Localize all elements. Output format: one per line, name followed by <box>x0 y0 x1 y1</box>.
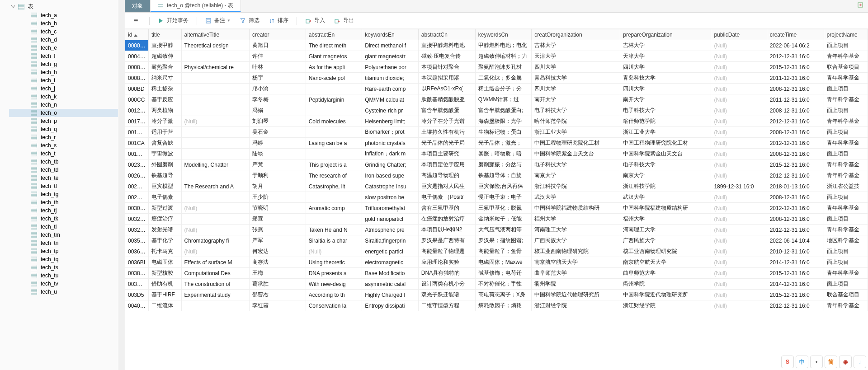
cell-id[interactable]: 000CC <box>125 94 149 105</box>
table-row[interactable]: 000CC基于反应李冬梅PeptidylargininQM/MM calcula… <box>125 94 868 105</box>
cell-alternativeTitle[interactable] <box>181 214 250 225</box>
cell-keywordsEn[interactable]: Biomarker；prot <box>362 127 419 138</box>
cell-alternativeTitle[interactable]: Effects of surface M <box>181 257 250 268</box>
cell-keywordsEn[interactable]: electromagnetic <box>362 257 419 268</box>
cell-id[interactable]: 0036BI <box>125 257 149 268</box>
cell-creatOrorganization[interactable]: 浙江科技学院 <box>532 181 620 192</box>
cell-creator[interactable]: 节晓明 <box>250 203 306 214</box>
cell-creator[interactable]: 邵曹杰 <box>250 290 306 300</box>
cell-projectName[interactable]: 浙江省公益技 <box>824 181 868 192</box>
cell-title[interactable]: 基于HIRF <box>148 290 181 300</box>
tree-item-tech_tb[interactable]: tech_tb <box>9 158 118 166</box>
col-header-alternativeTitle[interactable]: alternativeTitle <box>181 29 250 40</box>
tree-item-tech_j[interactable]: tech_j <box>9 84 118 93</box>
cell-creator[interactable]: 冯娟 <box>250 105 306 116</box>
cell-abstractCn[interactable]: 二维守恒型方程 <box>418 300 475 311</box>
cell-id[interactable]: 003A57 <box>125 279 149 290</box>
cell-alternativeTitle[interactable] <box>181 73 250 84</box>
cell-createTime[interactable]: 2018-01-13 16:0 <box>767 181 824 192</box>
cell-prepareOrganization[interactable]: 中国工程物理研究院化工材 <box>620 138 711 149</box>
cell-creatOrorganization[interactable]: 四川大学 <box>532 62 620 73</box>
cell-projectName[interactable]: 地区科学基金 <box>824 235 868 246</box>
cell-abstractEn[interactable] <box>306 105 362 116</box>
table-row[interactable]: 003239癌症治疗郑宣gold nanoparticl在癌症的放射治疗金纳米粒… <box>125 214 868 225</box>
cell-abstractCn[interactable]: 以RFeAsO1-xFx( <box>418 84 475 94</box>
col-header-publicDate[interactable]: publicDate <box>711 29 767 40</box>
cell-publicDate[interactable]: (Null) <box>711 149 767 159</box>
cell-alternativeTitle[interactable]: The construction of <box>181 279 250 290</box>
cell-keywordsEn[interactable]: Entropy dissipati <box>362 300 419 311</box>
tree-item-tech_tm[interactable]: tech_tm <box>9 231 118 239</box>
cell-abstractCn[interactable]: 高温超导物理的 <box>418 170 475 181</box>
cell-abstractEn[interactable]: Aromatic comp <box>306 203 362 214</box>
cell-id[interactable]: 003239 <box>125 214 149 225</box>
cell-title[interactable]: 直接甲醇 <box>148 40 181 51</box>
cell-projectName[interactable]: 面上项目 <box>824 214 868 225</box>
cell-alternativeTitle[interactable] <box>181 192 250 203</box>
cell-publicDate[interactable]: (Null) <box>711 300 767 311</box>
cell-keywordsCn[interactable]: 甲醇燃料电池；电化 <box>475 40 532 51</box>
cell-creator[interactable]: 郑宣 <box>250 214 306 225</box>
cell-creator[interactable]: 李冬梅 <box>250 94 306 105</box>
cell-alternativeTitle[interactable]: Modelling, Chatter <box>181 159 250 170</box>
cell-title[interactable]: 癌症治疗 <box>148 214 181 225</box>
col-header-id[interactable]: id <box>125 29 149 40</box>
tab-data[interactable]: tech_o @tech (reliable) - 表 <box>151 0 241 12</box>
cell-creatOrorganization[interactable]: 福州大学 <box>532 214 620 225</box>
cell-creatOrorganization[interactable]: 衢州学院 <box>532 279 620 290</box>
cell-keywordsCn[interactable]: 超磁致伸缩材料；力 <box>475 51 532 62</box>
cell-abstractCn[interactable]: 应用理论和实验 <box>418 257 475 268</box>
cell-publicDate[interactable]: (Null) <box>711 84 767 94</box>
cell-keywordsCn[interactable]: 熵耗散因子；熵耗 <box>475 300 532 311</box>
cell-keywordsEn[interactable]: Iron-based supe <box>362 170 419 181</box>
cell-title[interactable]: 外圆磨削 <box>148 159 181 170</box>
cell-alternativeTitle[interactable]: (Null) <box>181 203 250 214</box>
cell-keywordsEn[interactable]: Highly Charged I <box>362 290 419 300</box>
cell-creator[interactable]: 于顺利 <box>250 170 306 181</box>
cell-title[interactable]: 宇宙微波 <box>148 149 181 159</box>
cell-abstractEn[interactable]: Lasing can be a <box>306 138 362 149</box>
cell-creator[interactable]: 冯婷 <box>250 138 306 149</box>
tree-item-tech_r[interactable]: tech_r <box>9 133 118 141</box>
cell-keywordsCn[interactable]: 富含半胱氨酸蛋白; <box>475 105 532 116</box>
cell-creator[interactable]: 严梵 <box>250 159 306 170</box>
tree-item-tech_tq[interactable]: tech_tq <box>9 255 118 263</box>
cell-title[interactable]: 冷分子激 <box>148 116 181 127</box>
cell-createTime[interactable]: 2008-12-31 16:0 <box>767 149 824 159</box>
cell-projectName[interactable]: 面上项目 <box>824 105 868 116</box>
cell-title[interactable]: 超磁致伸 <box>148 51 181 62</box>
cell-prepareOrganization[interactable]: 中国科学院福建物质结构研 <box>620 203 711 214</box>
cell-creatOrorganization[interactable]: 核工业西南物理研究院 <box>532 246 620 257</box>
cell-creatOrorganization[interactable]: 浙江财经学院 <box>532 300 620 311</box>
cell-alternativeTitle[interactable]: Experimental study <box>181 290 250 300</box>
table-row[interactable]: 00089F纳米尺寸杨宇Nano-scale poltitanium dioxi… <box>125 73 868 84</box>
cell-projectName[interactable]: 青年科学基金 <box>824 94 868 105</box>
cell-keywordsCn[interactable]: 二氧化钛；多金属 <box>475 73 532 84</box>
cell-creatOrorganization[interactable]: 喀什师范学院 <box>532 116 620 127</box>
table-row[interactable]: 00009E直接甲醇Theoretical design黄旭日The direc… <box>125 40 868 51</box>
cell-keywordsEn[interactable]: Siraitia;fingerprin <box>362 235 419 246</box>
cell-alternativeTitle[interactable] <box>181 105 250 116</box>
cell-abstractEn[interactable]: DNA presents s <box>306 268 362 279</box>
tree-item-tech_c[interactable]: tech_c <box>9 28 118 36</box>
cell-keywordsCn[interactable]: 稀土络合分子；分 <box>475 84 532 94</box>
tree-item-tech_th[interactable]: tech_th <box>9 198 118 206</box>
table-row[interactable]: 0023E4外圆磨削Modelling, Chatter严梵This proje… <box>125 159 868 170</box>
cell-abstractEn[interactable] <box>306 214 362 225</box>
cell-abstractEn[interactable]: With new-desig <box>306 279 362 290</box>
tree-item-tech_h[interactable]: tech_h <box>9 68 118 76</box>
cell-prepareOrganization[interactable]: 浙江财经学院 <box>620 300 711 311</box>
cell-prepareOrganization[interactable]: 河南理工大学 <box>620 225 711 235</box>
cell-projectName[interactable]: 青年科学基金 <box>824 203 868 214</box>
cell-keywordsEn[interactable]: Base Modificatio <box>362 268 419 279</box>
cell-prepareOrganization[interactable]: 浙江科技学院 <box>620 181 711 192</box>
cell-keywordsEn[interactable]: inflation；dark m <box>362 149 419 159</box>
cell-keywordsEn[interactable]: giant magnetostr <box>362 51 419 62</box>
cell-createTime[interactable]: 2012-12-31 16:0 <box>767 225 824 235</box>
tree-item-tech_tj[interactable]: tech_tj <box>9 206 118 215</box>
cell-keywordsCn[interactable]: 巨灾保险;台风再保 <box>475 181 532 192</box>
cell-creatOrorganization[interactable]: 曲阜师范大学 <box>532 268 620 279</box>
cell-createTime[interactable]: 2014-12-31 16:0 <box>767 257 824 268</box>
cell-createTime[interactable]: 2015-12-31 16:0 <box>767 268 824 279</box>
menu-button[interactable]: ≡ <box>130 16 145 26</box>
